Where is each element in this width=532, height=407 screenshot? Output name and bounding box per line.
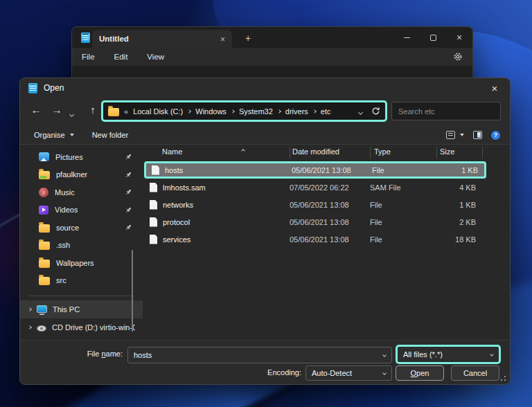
sidebar-item-label: src bbox=[56, 276, 66, 284]
dialog-title-bar: Open bbox=[20, 78, 510, 98]
sidebar-divider bbox=[29, 296, 134, 296]
file-row-networks[interactable]: networks 05/06/2021 13:08 File 1 KB bbox=[144, 196, 486, 213]
preview-pane-button[interactable] bbox=[473, 131, 482, 139]
expand-chevron-icon[interactable] bbox=[28, 325, 32, 329]
file-type-value: All files (*.*) bbox=[403, 350, 443, 359]
sidebar-item-source[interactable]: source bbox=[20, 219, 143, 237]
file-date: 07/05/2022 06:22 bbox=[290, 183, 370, 192]
sidebar-item-src[interactable]: src bbox=[20, 272, 143, 290]
column-divider[interactable] bbox=[290, 147, 290, 159]
sidebar-item-ssh[interactable]: .ssh bbox=[20, 237, 143, 255]
breadcrumb-separator-icon bbox=[187, 109, 191, 114]
dialog-toolbar: Organise New folder bbox=[20, 125, 510, 145]
breadcrumb-segment[interactable]: drivers bbox=[285, 107, 308, 116]
videos-icon bbox=[39, 206, 48, 215]
file-row-protocol[interactable]: protocol 05/06/2021 13:08 File 2 KB bbox=[144, 213, 486, 230]
file-size: 1 KB bbox=[438, 166, 483, 174]
column-header-name[interactable]: Name bbox=[162, 147, 182, 156]
up-button[interactable] bbox=[85, 104, 100, 116]
pin-icon bbox=[125, 224, 132, 231]
file-name: protocol bbox=[163, 218, 190, 226]
file-icon bbox=[152, 165, 159, 175]
folder-icon bbox=[39, 224, 50, 233]
column-header-type[interactable]: Type bbox=[374, 147, 391, 156]
close-button[interactable] bbox=[446, 27, 472, 48]
sidebar-item-label: .ssh bbox=[56, 241, 70, 249]
column-divider[interactable] bbox=[482, 147, 483, 159]
tab-close-icon[interactable] bbox=[220, 33, 225, 45]
sidebar-scrollbar[interactable] bbox=[132, 250, 133, 332]
menu-file[interactable]: File bbox=[82, 53, 95, 61]
new-folder-button[interactable]: New folder bbox=[92, 131, 129, 139]
sidebar-item-videos[interactable]: Videos bbox=[20, 201, 143, 219]
computer-icon bbox=[37, 305, 47, 313]
list-view-icon bbox=[446, 131, 455, 139]
open-button[interactable]: Open bbox=[396, 365, 444, 381]
music-icon bbox=[39, 188, 48, 197]
address-bar[interactable]: Local Disk (C:) Windows System32 drivers… bbox=[101, 100, 387, 122]
file-row-hosts[interactable]: hosts 05/06/2021 13:08 File 1 KB bbox=[144, 161, 486, 179]
close-icon bbox=[456, 31, 462, 44]
sidebar-item-pictures[interactable]: Pictures bbox=[20, 148, 143, 166]
chevron-down-icon bbox=[358, 109, 363, 114]
chevron-down-icon[interactable] bbox=[382, 353, 387, 357]
menu-edit[interactable]: Edit bbox=[114, 53, 128, 61]
new-folder-label: New folder bbox=[92, 131, 129, 139]
file-icon bbox=[150, 217, 157, 227]
breadcrumb-segment[interactable]: etc bbox=[321, 107, 331, 116]
file-icon bbox=[150, 200, 157, 210]
file-type: File bbox=[370, 235, 436, 244]
notepad-tab-untitled[interactable]: Untitled bbox=[92, 30, 232, 48]
breadcrumb-overflow-icon[interactable] bbox=[124, 107, 128, 116]
cancel-button[interactable]: Cancel bbox=[451, 365, 499, 381]
dialog-close-button[interactable] bbox=[479, 78, 510, 98]
sidebar-item-pfaulkner[interactable]: pfaulkner bbox=[20, 166, 143, 184]
refresh-icon[interactable] bbox=[371, 107, 380, 116]
caret-down-icon bbox=[70, 134, 74, 136]
file-type-select[interactable]: All files (*.*) bbox=[396, 345, 501, 364]
column-divider[interactable] bbox=[370, 147, 371, 159]
column-header-size[interactable]: Size bbox=[440, 147, 454, 156]
expand-chevron-icon[interactable] bbox=[28, 307, 32, 311]
menu-view[interactable]: View bbox=[147, 53, 164, 61]
column-divider[interactable] bbox=[436, 147, 437, 159]
dialog-main-area: Pictures pfaulkner Music Videos source bbox=[20, 145, 510, 340]
column-header-date-modified[interactable]: Date modified bbox=[292, 147, 339, 156]
organise-label: Organise bbox=[34, 131, 65, 139]
organise-button[interactable]: Organise bbox=[34, 131, 74, 139]
file-list: Name Date modified Type Size hosts 05/06… bbox=[143, 145, 510, 340]
file-row-lmhosts[interactable]: lmhosts.sam 07/05/2022 06:22 SAM File 4 … bbox=[144, 179, 486, 196]
file-row-services[interactable]: services 05/06/2021 13:08 File 18 KB bbox=[144, 230, 486, 248]
resize-grip[interactable] bbox=[504, 379, 506, 381]
settings-gear-icon[interactable] bbox=[453, 52, 463, 62]
file-name-input[interactable] bbox=[134, 351, 379, 359]
address-dropdown-button[interactable] bbox=[359, 107, 362, 116]
breadcrumb-segment[interactable]: System32 bbox=[239, 107, 273, 116]
user-folder-icon bbox=[39, 171, 50, 179]
encoding-select[interactable]: Auto-Detect bbox=[305, 365, 392, 381]
sidebar-item-wallpapers[interactable]: Wallpapers bbox=[20, 254, 143, 272]
file-name: lmhosts.sam bbox=[163, 183, 206, 192]
notepad-app-icon bbox=[28, 83, 37, 93]
file-icon bbox=[150, 183, 157, 192]
pin-icon bbox=[125, 206, 132, 214]
sidebar-item-music[interactable]: Music bbox=[20, 183, 143, 201]
new-tab-button[interactable] bbox=[240, 30, 256, 46]
back-button[interactable] bbox=[28, 104, 44, 116]
sidebar-item-label: This PC bbox=[53, 305, 80, 314]
sidebar-item-this-pc[interactable]: This PC bbox=[20, 300, 143, 318]
folder-icon bbox=[108, 108, 119, 116]
file-date: 05/06/2021 13:08 bbox=[290, 201, 370, 209]
minimize-button[interactable] bbox=[393, 27, 420, 48]
file-name: networks bbox=[163, 201, 193, 209]
breadcrumb-segment[interactable]: Local Disk (C:) bbox=[133, 107, 183, 116]
breadcrumb-segment[interactable]: Windows bbox=[195, 107, 227, 116]
recent-locations-button[interactable] bbox=[70, 109, 73, 118]
sidebar-item-cd-drive[interactable]: CD Drive (D:) virtio-win-0 bbox=[20, 318, 143, 336]
search-input[interactable] bbox=[398, 107, 497, 116]
forward-button[interactable] bbox=[49, 104, 64, 116]
maximize-button[interactable] bbox=[420, 27, 446, 48]
help-button[interactable] bbox=[491, 131, 500, 140]
file-type: File bbox=[370, 201, 436, 209]
change-view-button[interactable] bbox=[446, 131, 464, 139]
